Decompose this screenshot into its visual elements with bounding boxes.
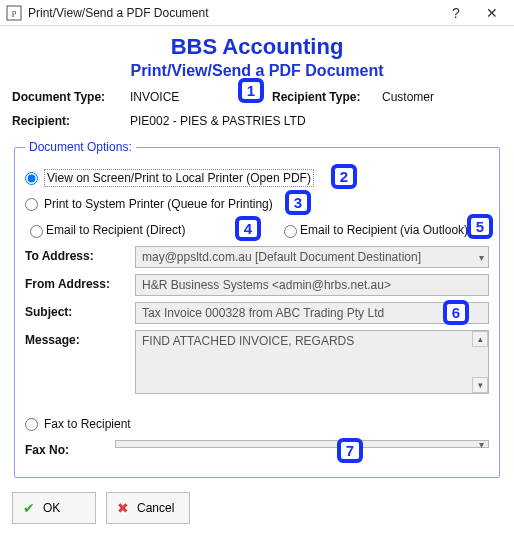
titlebar: P Print/View/Send a PDF Document ? ✕ bbox=[0, 0, 514, 26]
fax-no-label: Fax No: bbox=[25, 440, 115, 457]
option-email-direct-label[interactable]: Email to Recipient (Direct) bbox=[46, 223, 185, 237]
close-icon: ✕ bbox=[486, 5, 498, 21]
subject-value: Tax Invoice 000328 from ABC Trading Pty … bbox=[142, 306, 384, 320]
ok-button[interactable]: ✔ OK bbox=[12, 492, 96, 524]
to-address-row: To Address: may@ppsltd.com.au [Default D… bbox=[25, 246, 489, 268]
cancel-button-label: Cancel bbox=[137, 501, 174, 515]
from-address-label: From Address: bbox=[25, 274, 135, 291]
message-label: Message: bbox=[25, 330, 135, 347]
recipient-row: Recipient: PIE002 - PIES & PASTRIES LTD bbox=[12, 114, 502, 128]
option-fax-row: Fax to Recipient bbox=[25, 414, 489, 434]
option-view-radio[interactable] bbox=[25, 172, 38, 185]
window-title: Print/View/Send a PDF Document bbox=[28, 6, 438, 20]
cross-icon: ✖ bbox=[117, 500, 129, 516]
recipient-label: Recipient: bbox=[12, 114, 130, 128]
recip-type-value: Customer bbox=[382, 90, 434, 104]
subject-label: Subject: bbox=[25, 302, 135, 319]
chevron-down-icon: ▾ bbox=[479, 439, 484, 450]
help-button[interactable]: ? bbox=[438, 0, 474, 26]
recipient-value: PIE002 - PIES & PASTRIES LTD bbox=[130, 114, 306, 128]
doc-type-label: Document Type: bbox=[12, 90, 130, 104]
option-email-outlook-radio[interactable] bbox=[284, 225, 297, 238]
doc-type-row: Document Type: INVOICE Recipient Type: C… bbox=[12, 90, 502, 104]
svg-text:P: P bbox=[11, 9, 16, 19]
callout-2: 2 bbox=[331, 164, 357, 189]
fax-no-row: Fax No: ▾ 7 bbox=[25, 440, 489, 457]
option-view-row: View on Screen/Print to Local Printer (O… bbox=[25, 168, 489, 188]
document-options-group: Document Options: View on Screen/Print t… bbox=[14, 140, 500, 478]
message-value: FIND ATTACHED INVOICE, REGARDS bbox=[142, 334, 354, 348]
app-subtitle: Print/View/Send a PDF Document bbox=[12, 62, 502, 80]
option-sysprint-label[interactable]: Print to System Printer (Queue for Print… bbox=[44, 197, 273, 211]
callout-3: 3 bbox=[285, 190, 311, 215]
chevron-down-icon: ▾ bbox=[479, 252, 484, 263]
to-address-value: may@ppsltd.com.au [Default Document Dest… bbox=[142, 250, 421, 264]
option-email-direct-radio[interactable] bbox=[30, 225, 43, 238]
option-fax-radio[interactable] bbox=[25, 418, 38, 431]
client-area: BBS Accounting Print/View/Send a PDF Doc… bbox=[0, 26, 514, 536]
subject-input[interactable]: Tax Invoice 000328 from ABC Trading Pty … bbox=[135, 302, 489, 324]
cancel-button[interactable]: ✖ Cancel bbox=[106, 492, 190, 524]
scroll-down-button[interactable]: ▾ bbox=[472, 377, 488, 393]
option-sysprint-radio[interactable] bbox=[25, 198, 38, 211]
scroll-up-button[interactable]: ▴ bbox=[472, 331, 488, 347]
app-icon: P bbox=[6, 5, 22, 21]
from-address-value: H&R Business Systems <admin@hrbs.net.au> bbox=[142, 278, 391, 292]
from-address-input[interactable]: H&R Business Systems <admin@hrbs.net.au> bbox=[135, 274, 489, 296]
app-title: BBS Accounting bbox=[12, 34, 502, 60]
option-email-row: Email to Recipient (Direct) 4 Email to R… bbox=[25, 220, 489, 240]
close-button[interactable]: ✕ bbox=[474, 0, 510, 26]
message-textarea[interactable]: FIND ATTACHED INVOICE, REGARDS bbox=[135, 330, 489, 394]
to-address-label: To Address: bbox=[25, 246, 135, 263]
from-address-row: From Address: H&R Business Systems <admi… bbox=[25, 274, 489, 296]
ok-button-label: OK bbox=[43, 501, 60, 515]
option-email-outlook-label[interactable]: Email to Recipient (via Outlook) bbox=[300, 223, 468, 237]
fax-no-combo[interactable]: ▾ bbox=[115, 440, 489, 448]
message-row: Message: FIND ATTACHED INVOICE, REGARDS … bbox=[25, 330, 489, 394]
check-icon: ✔ bbox=[23, 500, 35, 516]
chevron-down-icon: ▾ bbox=[478, 380, 483, 390]
recip-type-label: Recipient Type: bbox=[272, 90, 382, 104]
option-sysprint-row: Print to System Printer (Queue for Print… bbox=[25, 194, 489, 214]
subject-row: Subject: Tax Invoice 000328 from ABC Tra… bbox=[25, 302, 489, 324]
chevron-up-icon: ▴ bbox=[478, 334, 483, 344]
option-fax-label[interactable]: Fax to Recipient bbox=[44, 417, 131, 431]
to-address-combo[interactable]: may@ppsltd.com.au [Default Document Dest… bbox=[135, 246, 489, 268]
doc-type-value: INVOICE bbox=[130, 90, 254, 104]
document-options-legend: Document Options: bbox=[25, 140, 136, 154]
option-view-label[interactable]: View on Screen/Print to Local Printer (O… bbox=[44, 169, 314, 187]
button-bar: ✔ OK ✖ Cancel bbox=[12, 492, 502, 524]
